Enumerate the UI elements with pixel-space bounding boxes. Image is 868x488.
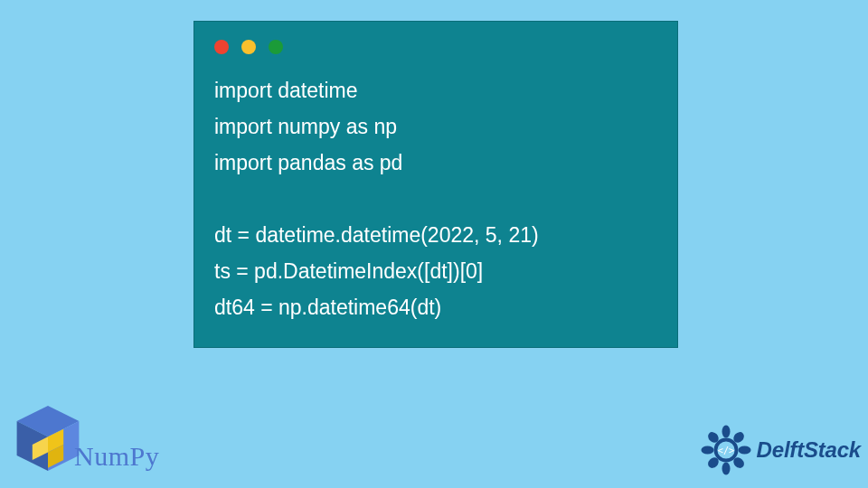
minimize-icon <box>241 40 256 54</box>
code-line: dt = datetime.datetime(2022, 5, 21) <box>214 223 539 247</box>
page-stage: import datetime import numpy as np impor… <box>0 0 868 488</box>
code-card: import datetime import numpy as np impor… <box>193 21 678 348</box>
window-traffic-lights <box>214 40 283 54</box>
delftstack-label: DelftStack <box>757 437 861 463</box>
svg-point-8 <box>722 462 730 474</box>
close-icon <box>214 40 229 54</box>
code-line: import pandas as pd <box>214 151 402 174</box>
code-line: import numpy as np <box>214 115 397 138</box>
code-line: dt64 = np.datetime64(dt) <box>214 296 441 319</box>
code-line: import datetime <box>214 79 358 102</box>
svg-point-10 <box>738 446 750 455</box>
svg-point-7 <box>722 425 730 437</box>
code-line: ts = pd.DatetimeIndex([dt])[0] <box>214 259 483 283</box>
svg-text:</>: </> <box>717 445 734 455</box>
svg-point-9 <box>701 446 713 455</box>
maximize-icon <box>269 40 283 54</box>
numpy-label: NumPy <box>74 441 159 472</box>
delftstack-emblem-icon: </> <box>697 421 755 479</box>
delftstack-logo: </> DelftStack <box>697 421 861 479</box>
code-block: import datetime import numpy as np impor… <box>214 72 657 325</box>
